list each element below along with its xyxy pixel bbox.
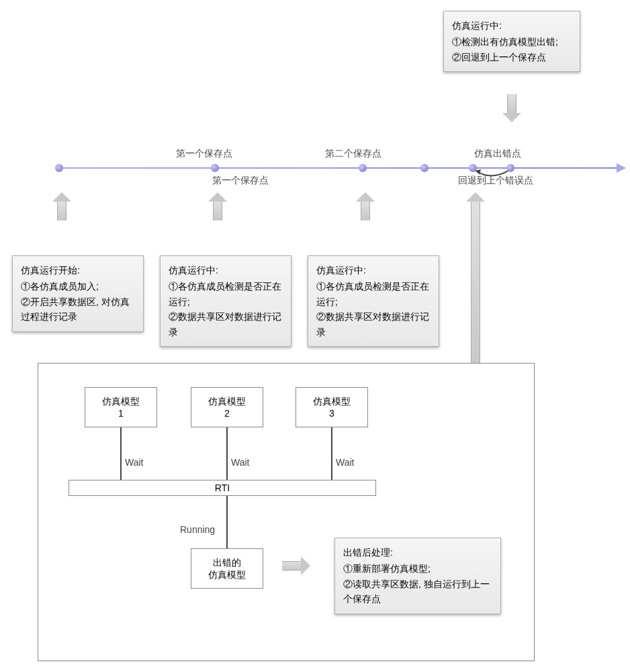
box-start-title: 仿真运行开始: [21,263,135,278]
box-cp1-title: 仿真运行中: [169,263,283,278]
rti-label: RTI [215,482,230,493]
label-savepoint1-top: 第一个保存点 [176,148,232,160]
box-error-detect-line1: ①检测出有仿真模型出错; [452,34,572,49]
error-model-l1: 出错的 [213,556,241,569]
timeline-line [55,167,625,169]
label-savepoint1-bottom: 第一个保存点 [212,175,269,187]
arrow-down-to-error-point [502,94,521,122]
box-pe-title: 出错后处理: [343,545,492,560]
model-1-num: 1 [118,407,124,419]
box-checkpoint2: 仿真运行中: ①各仿真成员检测是否正在运行; ②数据共享区对数据进行记录 [308,255,439,347]
box-pe-line2: ②读取共享区数据, 独自运行到上一个保存点 [343,577,492,607]
arrow-to-post-error [282,556,310,575]
box-pe-line1: ①重新部署仿真模型; [343,561,492,576]
dot-rollback-target [469,164,477,172]
error-model-l2: 仿真模型 [208,569,246,581]
model-2-name: 仿真模型 [208,395,246,407]
model-2-box: 仿真模型 2 [191,387,263,427]
box-cp1-line1: ①各仿真成员检测是否正在运行; [169,279,283,309]
label-savepoint2: 第二个保存点 [325,148,381,160]
rti-bar: RTI [69,480,376,496]
box-start-line1: ①各仿真成员加入; [21,279,135,294]
wait-3: Wait [336,457,354,468]
wait-2: Wait [231,457,249,468]
arrow-up-from-container [466,192,485,364]
model-3-box: 仿真模型 3 [296,387,368,427]
box-cp2-line1: ①各仿真成员检测是否正在运行; [316,279,431,309]
model-3-num: 3 [329,407,334,419]
box-cp2-title: 仿真运行中: [316,263,431,278]
dot-start [55,164,63,172]
arrow-up-start [52,192,71,220]
box-error-detect-title: 仿真运行中: [452,18,572,33]
running-label: Running [180,524,215,535]
dot-extra [420,164,429,172]
label-error-point: 仿真出错点 [474,148,521,160]
box-post-error: 出错后处理: ①重新部署仿真模型; ②读取共享区数据, 独自运行到上一个保存点 [334,538,501,614]
box-error-detect: 仿真运行中: ①检测出有仿真模型出错; ②回退到上一个保存点 [443,11,580,72]
wait-1: Wait [125,457,143,468]
edge-m3-rti [331,427,332,480]
box-cp2-line2: ②数据共享区对数据进行记录 [316,309,431,339]
model-2-num: 2 [224,407,230,419]
arrow-up-sp1 [208,192,227,220]
dot-savepoint1 [211,164,219,172]
model-1-name: 仿真模型 [102,395,140,407]
box-start: 仿真运行开始: ①各仿真成员加入; ②开启共享数据区, 对仿真过程进行记录 [12,255,144,332]
dot-error [506,164,514,172]
box-cp1-line2: ②数据共享区对数据进行记录 [169,309,283,339]
error-model-box: 出错的 仿真模型 [191,548,263,589]
edge-rti-err [226,496,228,548]
dot-savepoint2 [359,164,367,172]
edge-m1-rti [120,427,122,480]
box-checkpoint1: 仿真运行中: ①各仿真成员检测是否正在运行; ②数据共享区对数据进行记录 [160,255,291,347]
box-start-line2: ②开启共享数据区, 对仿真过程进行记录 [21,294,135,325]
timeline-arrowhead [617,163,626,173]
model-1-box: 仿真模型 1 [85,387,157,427]
box-error-detect-line2: ②回退到上一个保存点 [452,50,572,65]
model-3-name: 仿真模型 [313,395,351,407]
arrow-up-sp2 [356,192,375,220]
edge-m2-rti [226,427,228,480]
